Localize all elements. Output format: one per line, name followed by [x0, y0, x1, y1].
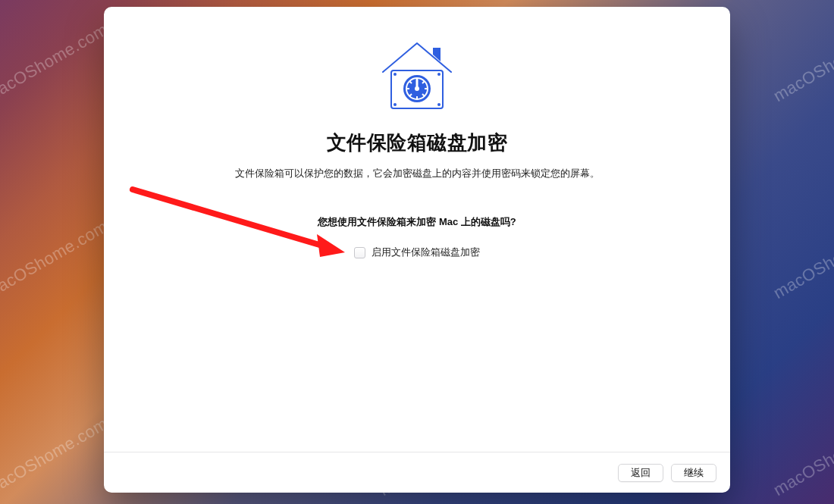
enable-filevault-checkbox[interactable] [354, 247, 365, 258]
watermark: macOShome.com [0, 217, 111, 303]
dialog-subtitle: 文件保险箱可以保护您的数据，它会加密磁盘上的内容并使用密码来锁定您的屏幕。 [235, 167, 600, 180]
continue-button[interactable]: 继续 [671, 464, 716, 482]
enable-filevault-option[interactable]: 启用文件保险箱磁盘加密 [354, 246, 480, 259]
svg-point-1 [393, 73, 397, 76]
dialog-body: 文件保险箱磁盘加密 文件保险箱可以保护您的数据，它会加密磁盘上的内容并使用密码来… [104, 7, 730, 452]
watermark: macOShome.com [770, 20, 834, 106]
watermark: macOShome.com [770, 217, 834, 303]
enable-filevault-label: 启用文件保险箱磁盘加密 [372, 246, 480, 259]
dialog-question: 您想使用文件保险箱来加密 Mac 上的磁盘吗? [318, 215, 516, 229]
watermark: macOShome.com [0, 414, 111, 500]
back-button[interactable]: 返回 [618, 464, 663, 482]
watermark: macOShome.com [770, 414, 834, 500]
svg-point-15 [415, 86, 419, 91]
svg-point-2 [437, 73, 441, 76]
dialog-title: 文件保险箱磁盘加密 [327, 130, 508, 156]
watermark: macOShome.com [0, 20, 111, 106]
filevault-dialog: 文件保险箱磁盘加密 文件保险箱可以保护您的数据，它会加密磁盘上的内容并使用密码来… [104, 7, 730, 493]
dialog-footer: 返回 继续 [104, 452, 730, 493]
svg-point-3 [393, 103, 397, 106]
svg-point-4 [437, 103, 441, 106]
filevault-house-icon [375, 33, 459, 116]
